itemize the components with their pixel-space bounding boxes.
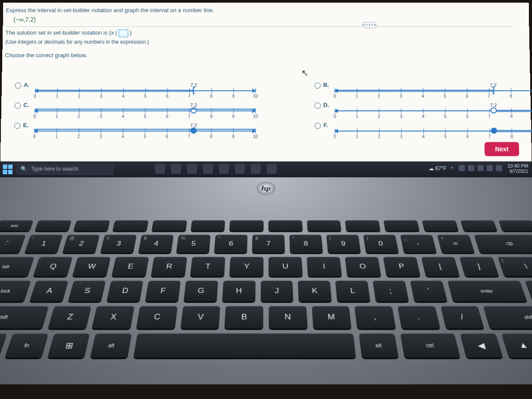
key-2: @2 [63, 235, 100, 253]
taskbar-clock[interactable]: 10:40 PM 9/7/2021 [507, 163, 528, 174]
tick [123, 108, 123, 113]
key-blank [422, 220, 458, 231]
tick [78, 129, 79, 134]
open-bracket-icon: [ [192, 86, 195, 95]
key-t: T [190, 257, 226, 276]
tick [211, 88, 212, 94]
tick-label: 5 [144, 114, 146, 119]
tick-label: 2 [77, 134, 80, 139]
question-prompt: Express the interval in set-builder nota… [6, 7, 511, 14]
tick [511, 88, 511, 94]
tick [167, 129, 168, 134]
closed-endpoint-icon [191, 128, 197, 134]
solution-lead: The solution set in set-builder notation… [5, 30, 118, 36]
shaded-region [493, 110, 532, 112]
toolbar-overflow-button[interactable]: • • • • • [363, 22, 377, 28]
tick-label: 3 [99, 134, 102, 139]
taskbar-app-icon[interactable] [155, 164, 165, 174]
radio-c[interactable] [15, 102, 21, 109]
tick [379, 108, 379, 113]
tick [35, 108, 35, 113]
key-/: / [440, 306, 484, 329]
tick-label: 2 [378, 114, 380, 119]
tick [101, 88, 102, 94]
system-tray: ☁ 67°F ^ 10:40 PM 9/7/2021 [428, 163, 528, 174]
key-;: ; [372, 281, 409, 301]
tick-label: 0 [334, 134, 336, 139]
key-blank [152, 220, 187, 231]
key-fn: fn [4, 333, 48, 358]
key-,: , [355, 306, 396, 329]
tick [56, 129, 57, 134]
weather-icon: ☁ [428, 165, 434, 172]
radio-a[interactable] [15, 82, 21, 89]
key-blank [460, 220, 497, 231]
start-button[interactable] [3, 164, 12, 174]
taskbar-app-icon[interactable] [235, 164, 245, 174]
tick [489, 129, 490, 134]
bottom-letter-row: shift ZXCVBNM,./shift [0, 306, 532, 329]
tick [467, 108, 468, 113]
tick-label: 1 [55, 114, 58, 119]
tick [255, 129, 256, 134]
key-space [133, 333, 356, 358]
numberline-f: 012345678910 [335, 131, 532, 132]
taskbar-app-icon[interactable] [203, 164, 213, 174]
taskbar-app-icon[interactable] [171, 164, 181, 174]
tick-label: 10 [253, 114, 258, 119]
radio-f[interactable] [315, 123, 321, 129]
taskbar-app-icon[interactable] [219, 164, 229, 174]
key-\: |\ [497, 257, 532, 276]
tick-label: 1 [55, 134, 58, 139]
tray-icon[interactable] [486, 165, 493, 171]
option-c-label: C. [23, 102, 29, 108]
key-': ' [410, 281, 447, 301]
key-blank [191, 220, 226, 231]
tick [379, 129, 379, 134]
option-f-label: F. [323, 122, 328, 129]
taskbar-app-icon[interactable] [267, 164, 277, 174]
radio-e[interactable] [14, 123, 20, 129]
key-h: H [222, 281, 255, 301]
tick [189, 108, 190, 113]
weather-widget[interactable]: ☁ 67°F [428, 165, 446, 172]
option-e-label: E. [23, 122, 29, 129]
key-4: $4 [138, 235, 174, 253]
next-button[interactable]: Next [484, 142, 519, 156]
tick-label: 1 [356, 134, 359, 139]
taskbar-app-icon[interactable] [251, 164, 261, 174]
tick-label: 4 [121, 134, 124, 139]
tray-icon[interactable] [468, 165, 474, 171]
key-d: D [106, 281, 143, 301]
answer-input-box[interactable] [118, 29, 128, 37]
taskbar-app-icon[interactable] [187, 164, 197, 174]
tray-chevron-icon[interactable]: ^ [451, 166, 453, 171]
tick [357, 108, 357, 113]
solution-sentence: The solution set in set-builder notation… [5, 29, 512, 37]
fn-row: esc [0, 220, 532, 231]
numberline-b: 7.2 ] 012345678910 [335, 90, 532, 91]
tick [79, 108, 79, 113]
home-row: caps lock ASDFGHJKL;'enterpause [0, 281, 532, 301]
radio-b[interactable] [314, 82, 321, 89]
taskbar-search[interactable]: 🔍 Type here to search [16, 164, 113, 175]
tick [101, 129, 101, 134]
key-l: L [335, 281, 370, 301]
tray-icon[interactable] [458, 165, 465, 171]
tick-label: 7 [188, 114, 191, 119]
tray-icon[interactable] [496, 165, 502, 171]
radio-d[interactable] [314, 102, 321, 109]
physical-keyboard: esc ~` !1@2#3$4%5^6&7*8(9)0_-+=⌫ tab QWE… [0, 220, 532, 363]
spacebar-row: ctrl fn ⊞ alt alt ctrl ◀ ▲ ▶ [0, 333, 532, 358]
key-blank [113, 220, 149, 231]
tick-label: 3 [399, 94, 402, 99]
key-⌫: ⌫ [474, 235, 532, 253]
divider [5, 27, 512, 27]
key-e: E [112, 257, 149, 276]
numberline-c: 7.2 012345678910 [35, 110, 255, 111]
key-k: K [298, 281, 332, 301]
tick [357, 88, 357, 94]
tick-label: 7 [489, 134, 491, 139]
tray-icon[interactable] [477, 165, 483, 171]
tick [512, 129, 512, 134]
